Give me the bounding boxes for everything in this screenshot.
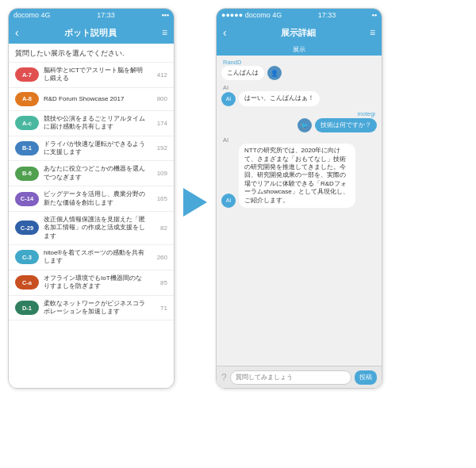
item-count: 165 [150,195,167,202]
item-text: 競技や公演をまるごとリアルタイムに届け感動を共有します [44,115,145,132]
left-back-button[interactable]: ‹ [15,26,19,39]
item-text: オフライン環境でもIoT機器間のなりすましを防ぎます [44,274,145,291]
list-item[interactable]: D-1 柔軟なネットワークがビジネスコラボレーションを加速します 71 [9,296,174,321]
message-row: こんばんは 👤 [221,66,377,80]
list-item[interactable]: A-c 競技や公演をまるごとリアルタイムに届け感動を共有します 174 [9,111,174,136]
item-count: 82 [150,224,167,232]
sender-label: RandD [221,59,377,66]
item-text: hitoe®を着てスポーツの感動を共有します [44,249,145,266]
message-bubble: こんばんは [221,66,264,80]
badge: C-3 [15,250,39,264]
badge: A-7 [15,67,39,82]
message-group: motegi 技術は何ですか？ 🐦 [221,110,377,132]
arrow-container [181,188,209,217]
item-text: ビッグデータを活用し、農業分野の新たな価値を創出します [44,190,145,207]
item-count: 800 [150,95,167,102]
right-phone: ●●●●● docomo 4G 17:33 ▪▪ ‹ 展示詳細 ≡ 展示 Ran… [216,8,382,389]
right-back-button[interactable]: ‹ [223,26,227,39]
badge: C-a [15,275,39,290]
left-time: 17:33 [97,11,115,19]
message-group: RandD こんばんは 👤 [221,59,377,80]
item-count: 174 [150,120,167,127]
list-item[interactable]: C-14 ビッグデータを活用し、農業分野の新たな価値を創出します 165 [9,186,174,212]
message-bubble: 技術は何ですか？ [315,118,377,132]
list-item[interactable]: C-a オフライン環境でもIoT機器間のなりすましを防ぎます 85 [9,270,174,296]
left-content: 質問したい展示を選んでください. A-7 脳科学とICTでアスリート脳を解明し鍛… [9,44,174,388]
left-carrier: docomo 4G [13,11,51,19]
message-row: 技術は何ですか？ 🐦 [221,118,377,132]
list-item[interactable]: C-3 hitoe®を着てスポーツの感動を共有します 260 [9,245,174,270]
message-group: AI AI NTTの研究所では、2020年に向けて、さまざまな「おもてなし」技術… [221,136,377,208]
right-status-icons: ▪▪ [372,11,377,19]
list-item[interactable]: A-7 脳科学とICTでアスリート脳を解明し鍛える 412 [9,63,174,88]
message-group: AI AI はーい、こんばんはぁ！ [221,84,377,105]
question-icon: ? [221,372,227,383]
left-status-icons: ▪▪▪ [161,11,169,19]
avatar: 👤 [267,66,282,80]
left-menu-icon[interactable]: ≡ [162,27,167,38]
sender-label: motegi [221,110,377,117]
badge: C-14 [15,192,39,206]
item-count: 192 [150,144,167,152]
list-item[interactable]: B-6 あなたに役立つどこかの機器を選んでつなぎます 109 [9,161,174,186]
ai-label: AI [221,84,377,91]
ai-avatar: AI [221,92,236,106]
item-count: 412 [150,71,167,79]
badge: D-1 [15,301,39,315]
left-nav-title: ボット説明員 [64,27,117,39]
transition-arrow [183,188,207,217]
message-bubble: NTTの研究所では、2020年に向けて、さまざまな「おもてなし」技術の研究開発を… [239,144,355,208]
message-bubble: はーい、こんばんはぁ！ [239,91,320,105]
send-button[interactable]: 投稿 [355,370,377,385]
message-row: AI NTTの研究所では、2020年に向けて、さまざまな「おもてなし」技術の研究… [221,144,377,208]
list-item[interactable]: B-1 ドライバが快適な運転ができるように支援します 192 [9,136,174,162]
exhibition-list: A-7 脳科学とICTでアスリート脳を解明し鍛える 412 A-8 R&D Fo… [9,63,174,320]
right-carrier: ●●●●● docomo 4G [221,11,282,19]
item-count: 260 [150,254,167,261]
right-nav-title: 展示詳細 [281,27,316,39]
badge: B-6 [15,167,39,181]
right-menu-icon[interactable]: ≡ [370,27,375,38]
item-count: 71 [150,305,167,312]
badge: C-29 [15,221,39,235]
item-count: 85 [150,279,167,286]
chat-area: RandD こんばんは 👤 AI AI はーい、こんばんはぁ！ motegi 技… [217,56,382,388]
instruction-text: 質問したい展示を選んでください. [9,44,174,63]
main-container: docomo 4G 17:33 ▪▪▪ ‹ ボット説明員 ≡ 質問したい展示を選… [0,0,476,468]
item-text: あなたに役立つどこかの機器を選んでつなぎます [44,165,145,182]
ai-label: AI [221,136,377,144]
ai-avatar: AI [221,194,236,208]
message-row: AI はーい、こんばんはぁ！ [221,91,377,105]
badge: A-8 [15,92,39,106]
left-nav-bar: ‹ ボット説明員 ≡ [9,21,174,44]
subheading-bar: 展示 [217,44,382,56]
item-text: 改正個人情報保護法を見据えた「匿名加工情報」の作成と活成支援をします [44,216,145,240]
left-phone: docomo 4G 17:33 ▪▪▪ ‹ ボット説明員 ≡ 質問したい展示を選… [8,8,175,389]
message-input[interactable] [230,370,351,385]
right-nav-bar: ‹ 展示詳細 ≡ [217,21,382,44]
chat-input-bar: ? 投稿 [217,366,382,388]
item-text: 脳科学とICTでアスリート脳を解明し鍛える [44,67,145,83]
badge: B-1 [15,141,39,155]
left-status-bar: docomo 4G 17:33 ▪▪▪ [9,9,174,21]
right-time: 17:33 [318,11,336,19]
item-text: R&D Forum Showcase 2017 [44,95,145,103]
right-status-bar: ●●●●● docomo 4G 17:33 ▪▪ [217,9,382,21]
list-item[interactable]: C-29 改正個人情報保護法を見据えた「匿名加工情報」の作成と活成支援をします … [9,212,174,245]
item-count: 109 [150,170,167,177]
item-text: 柔軟なネットワークがビジネスコラボレーションを加速します [44,300,145,316]
list-item[interactable]: A-8 R&D Forum Showcase 2017 800 [9,88,174,111]
badge: A-c [15,116,39,130]
self-avatar: 🐦 [298,118,312,132]
item-text: ドライバが快適な運転ができるように支援します [44,140,145,157]
message-list: RandD こんばんは 👤 AI AI はーい、こんばんはぁ！ motegi 技… [217,56,382,366]
